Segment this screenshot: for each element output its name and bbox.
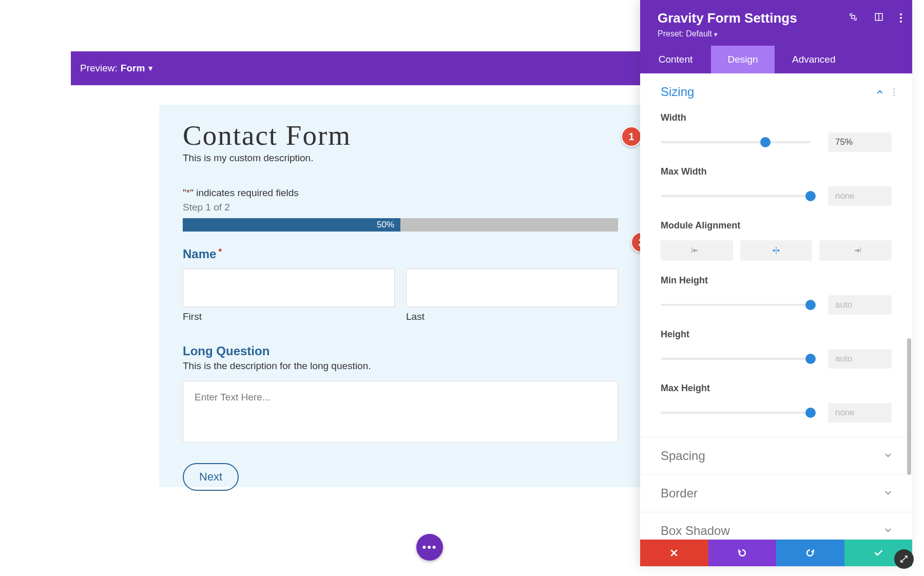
scrollbar[interactable] [907, 338, 911, 475]
preview-label: Preview: [80, 63, 118, 74]
border-section[interactable]: Border [640, 474, 912, 512]
preview-value: Form [121, 63, 145, 74]
max-height-slider[interactable] [661, 412, 811, 414]
step-indicator: Step 1 of 2 [183, 202, 618, 213]
first-name-sublabel: First [183, 311, 395, 322]
panel-header: Gravity Form Settings Preset: Default▼ [640, 0, 912, 46]
max-height-value[interactable]: none [828, 403, 892, 423]
last-name-sublabel: Last [406, 311, 618, 322]
svg-rect-0 [852, 15, 855, 18]
cancel-button[interactable] [640, 540, 708, 566]
max-width-value[interactable]: none [828, 186, 892, 206]
long-question-desc: This is the description for the long que… [183, 360, 618, 372]
first-name-input[interactable] [183, 268, 395, 307]
panel-body: Sizing Width 75% Max Width [640, 73, 912, 540]
min-height-value[interactable]: auto [828, 295, 892, 315]
resize-handle[interactable] [894, 549, 914, 569]
caret-down-icon: ▼ [147, 64, 154, 72]
min-height-label: Min Height [661, 275, 892, 286]
form-card: Contact Form This is my custom descripti… [159, 105, 642, 487]
width-value[interactable]: 75% [828, 132, 892, 152]
chevron-up-icon [876, 85, 884, 99]
panel-tabs: Content Design Advanced [640, 46, 912, 73]
undo-icon [737, 548, 747, 558]
spacing-section[interactable]: Spacing [640, 437, 912, 474]
next-button[interactable]: Next [183, 463, 239, 491]
progress-bar: 50% [183, 218, 618, 232]
align-right-button[interactable] [819, 240, 892, 261]
panel-footer [640, 540, 912, 566]
tab-design[interactable]: Design [711, 46, 775, 73]
expand-icon[interactable] [849, 12, 858, 24]
max-height-label: Max Height [661, 383, 892, 394]
name-field: Name* First Last [183, 247, 618, 322]
chevron-down-icon [883, 449, 893, 463]
alignment-label: Module Alignment [661, 220, 892, 231]
align-left-button[interactable] [661, 240, 733, 261]
max-width-label: Max Width [661, 166, 892, 177]
long-question-label: Long Question [183, 344, 618, 358]
form-description: This is my custom description. [183, 152, 618, 164]
kebab-menu-icon[interactable] [900, 13, 902, 23]
chevron-down-icon [883, 524, 893, 538]
sizing-section-header[interactable]: Sizing [640, 73, 912, 107]
min-height-slider[interactable] [661, 304, 811, 306]
min-height-control: Min Height auto [661, 275, 892, 315]
width-slider[interactable] [661, 141, 811, 143]
alignment-control: Module Alignment [661, 220, 892, 261]
width-control: Width 75% [661, 112, 892, 152]
align-right-icon [850, 246, 861, 255]
progress-fill: 50% [183, 218, 400, 232]
preview-bar[interactable]: Preview: Form ▼ [71, 51, 641, 85]
tab-content[interactable]: Content [640, 46, 711, 73]
box-shadow-section[interactable]: Box Shadow [640, 512, 912, 540]
name-label: Name* [183, 247, 618, 261]
redo-icon [805, 548, 815, 558]
align-center-icon [771, 246, 782, 255]
height-label: Height [661, 329, 892, 340]
tab-advanced[interactable]: Advanced [775, 46, 912, 73]
align-left-icon [691, 246, 702, 255]
height-value[interactable]: auto [828, 349, 892, 369]
panel-preset[interactable]: Preset: Default▼ [658, 29, 897, 39]
redo-button[interactable] [776, 540, 844, 566]
section-kebab-icon[interactable] [893, 88, 895, 96]
expand-diagonal-icon [899, 554, 909, 564]
required-legend: "*" indicates required fields [183, 187, 618, 199]
form-title: Contact Form [183, 119, 618, 151]
callout-badge-1: 1 [621, 126, 642, 147]
max-width-control: Max Width none [661, 166, 892, 206]
align-center-button[interactable] [740, 240, 813, 261]
max-width-slider[interactable] [661, 195, 811, 197]
height-slider[interactable] [661, 358, 811, 360]
preview-area: Preview: Form ▼ Contact Form This is my … [0, 0, 642, 576]
settings-panel: Gravity Form Settings Preset: Default▼ C… [640, 0, 912, 566]
check-icon [873, 548, 883, 558]
last-name-input[interactable] [406, 268, 618, 307]
long-question-textarea[interactable]: Enter Text Here... [183, 381, 618, 443]
long-question-field: Long Question This is the description fo… [183, 344, 618, 443]
fab-more-button[interactable]: ••• [416, 534, 443, 561]
max-height-control: Max Height none [661, 383, 892, 423]
close-icon [669, 548, 679, 558]
columns-icon[interactable] [874, 12, 883, 24]
height-control: Height auto [661, 329, 892, 369]
chevron-down-icon [883, 486, 893, 501]
undo-button[interactable] [708, 540, 777, 566]
width-label: Width [661, 112, 892, 123]
